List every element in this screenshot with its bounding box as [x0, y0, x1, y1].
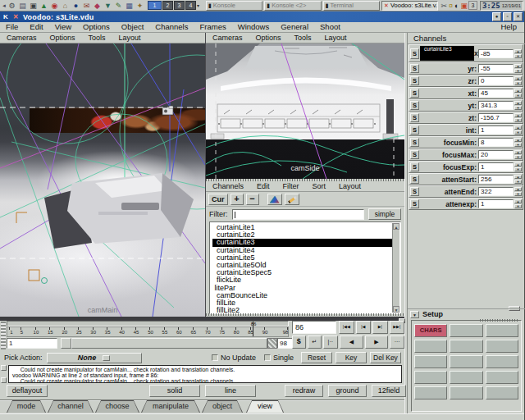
lock-icon[interactable]: ¤: [449, 2, 453, 10]
spinner-down-icon[interactable]: ▼: [514, 192, 522, 196]
console-scroll-up-icon[interactable]: [1, 365, 7, 371]
setup-button-empty-10[interactable]: [450, 371, 482, 384]
checkbox-single[interactable]: Single: [264, 354, 294, 362]
select-channel-button[interactable]: S: [410, 162, 419, 171]
value-spinner[interactable]: ▲▼: [514, 113, 522, 122]
spinner-up-icon[interactable]: ▲: [514, 64, 522, 68]
select-channel-button[interactable]: S: [410, 150, 419, 159]
spinner-up-icon[interactable]: ▲: [514, 162, 522, 167]
value-spinner[interactable]: ▲▼: [514, 187, 522, 196]
channel-value-field[interactable]: 256: [478, 175, 514, 184]
value-spinner[interactable]: ▲▼: [514, 89, 522, 98]
nav-button-item[interactable]: |··: [323, 336, 339, 349]
desktop-4[interactable]: 4: [185, 1, 196, 10]
kmail-icon[interactable]: ✉: [82, 2, 91, 10]
setup-button-empty-12[interactable]: [414, 386, 447, 399]
value-spinner[interactable]: ▲▼: [514, 76, 522, 85]
spinner-down-icon[interactable]: ▼: [514, 204, 522, 208]
select-channel-button[interactable]: S: [410, 64, 419, 73]
menu-tools[interactable]: Tools: [288, 33, 318, 43]
filter-input[interactable]: [232, 209, 365, 220]
panel-hide-arrow-left[interactable]: ◄: [2, 3, 7, 8]
setup-button-chars[interactable]: CHARS: [414, 324, 447, 337]
menu-layout[interactable]: Layout: [318, 33, 354, 43]
desktop-1[interactable]: 1: [148, 1, 162, 10]
channel-value-field[interactable]: 1: [478, 126, 514, 135]
channel-value-field[interactable]: -156.7: [478, 113, 514, 122]
channel-value-field[interactable]: 45: [478, 89, 514, 98]
value-spinner[interactable]: ▲▼: [514, 175, 522, 184]
setup-button-empty-5[interactable]: [486, 340, 518, 353]
tab-channel[interactable]: channel: [48, 400, 94, 413]
deflayout-button[interactable]: deflayout: [7, 385, 48, 397]
tab-object[interactable]: object: [202, 400, 243, 413]
kcalc-icon[interactable]: ▦: [125, 2, 134, 10]
nav-button-item[interactable]: ◀: [340, 336, 363, 349]
setup-button-empty-9[interactable]: [414, 371, 447, 384]
value-spinner[interactable]: ▲▼: [514, 126, 522, 135]
pane-separator-dots[interactable]: [206, 313, 404, 316]
klipboard-icon[interactable]: ▲: [39, 2, 48, 10]
close-button[interactable]: ✕: [514, 12, 523, 21]
kpaint-icon[interactable]: ✎: [114, 2, 123, 10]
khelp-icon[interactable]: ◉: [50, 2, 59, 10]
simple-filter-button[interactable]: simple: [368, 208, 401, 220]
menu-windows[interactable]: Windows: [232, 22, 276, 32]
spinner-up-icon[interactable]: ▲: [514, 150, 522, 154]
spinner-down-icon[interactable]: ▼: [514, 81, 522, 85]
channel-value-field[interactable]: 341.3: [478, 101, 514, 110]
list-item-cambouncelite[interactable]: camBounceLite: [212, 292, 392, 299]
menu-options[interactable]: Options: [77, 22, 116, 32]
value-spinner[interactable]: ▲▼: [514, 162, 522, 171]
taskbar-clock[interactable]: 3:25 12/19/01: [480, 1, 523, 11]
menu-cameras[interactable]: Cameras: [206, 33, 249, 43]
setup-button-empty-14[interactable]: [486, 386, 518, 399]
ground-button[interactable]: ground: [328, 385, 367, 397]
timeline-ruler[interactable]: 15101520253035404550556065707580859098: [7, 326, 289, 337]
clipboard-count-badge[interactable]: 3: [468, 1, 477, 10]
clipboard-icon[interactable]: ▣: [460, 2, 468, 10]
k-menu-icon[interactable]: ⚙: [7, 2, 16, 10]
viewport-camside-canvas[interactable]: camSide: [206, 43, 404, 179]
kate-icon[interactable]: ▼: [103, 2, 112, 10]
spinner-up-icon[interactable]: ▲: [514, 199, 522, 203]
spinner-down-icon[interactable]: ▼: [514, 180, 522, 184]
select-channel-button[interactable]: S: [410, 175, 419, 184]
maximize-button[interactable]: ▫: [503, 12, 512, 21]
klipper-icon[interactable]: ✂: [441, 2, 447, 10]
select-channel-button[interactable]: S: [410, 48, 419, 59]
spinner-down-icon[interactable]: ▼: [514, 106, 522, 110]
current-frame-field[interactable]: 86: [292, 321, 336, 334]
spinner-up-icon[interactable]: ▲: [514, 138, 522, 142]
nav-button-item[interactable]: ▶|: [372, 321, 388, 334]
tab-manipulate[interactable]: manipulate: [141, 400, 200, 413]
list-item-flicklite[interactable]: flickLite: [212, 276, 392, 284]
key-button[interactable]: Key: [336, 352, 367, 363]
menu-general[interactable]: General: [275, 22, 314, 32]
window-list-icon[interactable]: ▤: [18, 2, 27, 10]
setup-button-empty-13[interactable]: [450, 386, 482, 399]
list-scrollbar[interactable]: ▲ ▼: [392, 223, 399, 313]
desktop-3[interactable]: 3: [174, 1, 185, 10]
setup-button-empty-3[interactable]: [414, 340, 447, 353]
timeline-grip[interactable]: [1, 322, 6, 349]
spinner-down-icon[interactable]: ▼: [514, 54, 522, 58]
setup-button-empty-6[interactable]: [414, 355, 447, 368]
setup-button-empty-7[interactable]: [450, 355, 482, 368]
value-spinner[interactable]: ▲▼: [514, 199, 522, 208]
menu-options[interactable]: Options: [43, 33, 82, 43]
collapse-arrow-icon[interactable]: ▼: [410, 311, 419, 318]
menu-filter[interactable]: Filter: [276, 181, 306, 191]
spinner-up-icon[interactable]: ▲: [514, 76, 522, 80]
select-channel-button[interactable]: S: [410, 187, 419, 196]
setup-button-empty-2[interactable]: [486, 324, 518, 337]
menu-cameras[interactable]: Cameras: [0, 33, 43, 43]
solid-button[interactable]: solid: [149, 385, 200, 397]
spinner-up-icon[interactable]: ▲: [514, 89, 522, 93]
edit-pencil-button[interactable]: [285, 194, 299, 205]
menu-channels[interactable]: Channels: [206, 181, 250, 191]
scroll-down-icon[interactable]: ▼: [393, 306, 399, 313]
menu-shoot[interactable]: Shoot: [314, 22, 346, 32]
setup-button-empty-11[interactable]: [486, 371, 518, 384]
spinner-down-icon[interactable]: ▼: [514, 69, 522, 73]
